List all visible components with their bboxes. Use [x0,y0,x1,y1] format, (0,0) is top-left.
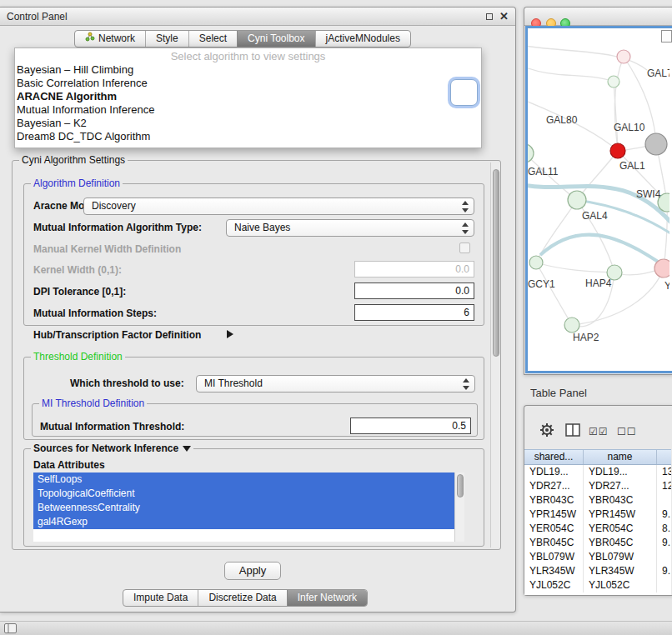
algorithm-option-bayesian-k2[interactable]: Bayesian – K2 [15,117,481,130]
network-edge[interactable] [664,202,667,268]
tab-cyni-toolbox[interactable]: Cyni Toolbox [237,31,314,47]
table-cell[interactable]: YBL079W [524,550,584,564]
network-node[interactable] [645,133,667,155]
network-view-titlebar[interactable] [524,8,672,26]
table-cell[interactable]: YLR345W [524,564,584,578]
close-icon[interactable]: ✕ [499,10,509,22]
table-row[interactable]: YDL19...YDL19...13 [524,465,671,479]
tab-jactivemnodules[interactable]: jActiveMNodules [315,31,410,47]
network-node[interactable] [528,144,534,162]
network-node[interactable] [617,50,630,63]
data-attribute-option-gal4rgexp[interactable]: gal4RGexp [33,515,454,529]
network-node[interactable] [608,76,619,88]
column-header-shared[interactable]: shared... [524,450,584,464]
data-attribute-option-betweennesscentrality[interactable]: BetweennessCentrality [33,501,454,515]
network-node[interactable] [654,259,669,278]
table-cell[interactable]: 12 [657,479,671,493]
table-cell[interactable]: YBL079W [584,550,657,564]
network-edge[interactable] [536,262,614,272]
data-attribute-option-topologicalcoefficient[interactable]: TopologicalCoefficient [33,487,454,501]
table-cell[interactable]: YBR045C [584,536,657,550]
table-row[interactable]: YPR145WYPR145W9. [524,508,671,522]
tab-impute-data[interactable]: Impute Data [123,590,198,606]
table-cell[interactable]: 9. [657,508,671,522]
panel-toggle-icon[interactable] [4,623,17,635]
data-attribute-option-selfloops[interactable]: SelfLoops [33,472,454,487]
expander-down-icon[interactable] [183,446,191,452]
table-cell[interactable]: YBR045C [524,536,584,550]
focused-spinner-field[interactable] [450,79,478,106]
table-cell[interactable]: YLR345W [584,564,657,578]
network-edge[interactable] [614,57,624,151]
table-cell[interactable]: 9. [657,536,671,550]
settings-scrollbar-thumb[interactable] [493,169,499,357]
settings-scrollbar[interactable] [490,162,500,548]
tab-network[interactable]: Network [75,31,145,47]
table-cell[interactable]: YJL052C [584,578,657,592]
tab-select[interactable]: Select [188,31,237,47]
column-chooser-icon[interactable] [565,423,580,439]
table-cell[interactable]: YBR043C [584,493,657,508]
table-cell[interactable]: YDR27... [524,479,584,493]
table-cell[interactable]: 8. [657,522,671,536]
clear-all-checkboxes-icon[interactable]: ☐☐ [617,426,637,438]
network-node[interactable] [564,318,579,332]
column-header-name[interactable]: name [584,450,657,464]
canvas-corner-button[interactable] [661,30,672,42]
table-cell[interactable]: YBR043C [524,493,584,508]
table-cell[interactable]: YPR145W [524,508,584,522]
tab-infer-network[interactable]: Infer Network [287,590,367,606]
hub-section-label[interactable]: Hub/Transcription Factor Definition [33,329,201,341]
aracne-mode-select[interactable]: Discovery [83,198,474,215]
network-node[interactable] [568,191,586,209]
algorithm-option-aracne-algorithm[interactable]: ARACNE Algorithm [15,90,481,103]
table-cell[interactable]: YPR145W [584,508,657,522]
gear-icon[interactable] [539,422,555,441]
algorithm-option-basic-correlation-inference[interactable]: Basic Correlation Inference [15,77,481,90]
kernel-width-field[interactable]: 0.0 [354,261,474,278]
table-cell[interactable]: 9. [657,564,671,578]
table-row[interactable]: YBL079WYBL079W [524,550,671,564]
tab-style[interactable]: Style [145,31,188,47]
table-cell[interactable]: YDR27... [584,479,657,493]
attributes-scrollbar[interactable] [454,472,464,542]
table-cell[interactable]: YDL19... [584,465,657,479]
table-cell[interactable]: YER054C [584,522,657,536]
dpi-tolerance-field[interactable]: 0.0 [354,282,474,299]
sources-title[interactable]: Sources for Network Inference [31,442,193,454]
table-row[interactable]: YBR043CYBR043C [524,493,671,508]
table-row[interactable]: YLR345WYLR345W9. [524,564,671,578]
network-edge[interactable] [536,262,572,325]
table-row[interactable]: YJL052CYJL052C [524,578,671,592]
algorithm-option-bayesian-hill-climbing[interactable]: Bayesian – Hill Climbing [15,63,481,77]
column-header-3[interactable] [657,450,671,464]
data-attributes-list[interactable]: SelfLoopsTopologicalCoefficientBetweenne… [33,472,454,542]
expander-right-icon[interactable] [227,330,233,338]
apply-button[interactable]: Apply [224,562,281,580]
mi-threshold-field[interactable]: 0.5 [350,418,471,434]
which-threshold-select[interactable]: MI Threshold [196,375,475,392]
table-row[interactable]: YDR27...YDR27...12 [524,479,671,493]
attributes-scrollbar-thumb[interactable] [457,474,464,498]
select-all-checkboxes-icon[interactable]: ☑☑ [589,426,609,438]
table-cell[interactable] [657,578,671,592]
network-edge[interactable] [528,65,614,82]
table-cell[interactable]: YJL052C [524,578,584,592]
float-window-icon[interactable] [486,13,493,20]
table-cell[interactable]: YDL19... [524,465,584,479]
table-cell[interactable] [657,550,671,564]
network-node[interactable] [610,143,625,158]
network-node[interactable] [529,256,543,269]
algorithm-option-dream8-dc-tdc-algorithm[interactable]: Dream8 DC_TDC Algorithm [15,130,481,143]
network-edge[interactable] [540,235,669,275]
algorithm-option-mutual-information-inference[interactable]: Mutual Information Inference [15,103,481,117]
mi-steps-field[interactable]: 6 [354,304,474,321]
table-row[interactable]: YER054CYER054C8. [524,522,671,536]
table-row[interactable]: YBR045CYBR045C9. [524,536,671,550]
control-panel-titlebar[interactable]: Control Panel ✕ [0,8,515,26]
table-cell[interactable]: YER054C [524,522,584,536]
mi-type-select[interactable]: Naive Bayes [226,219,474,237]
manual-kernel-checkbox[interactable] [459,242,470,253]
table-cell[interactable]: 13 [657,465,671,479]
tab-discretize-data[interactable]: Discretize Data [198,590,286,606]
